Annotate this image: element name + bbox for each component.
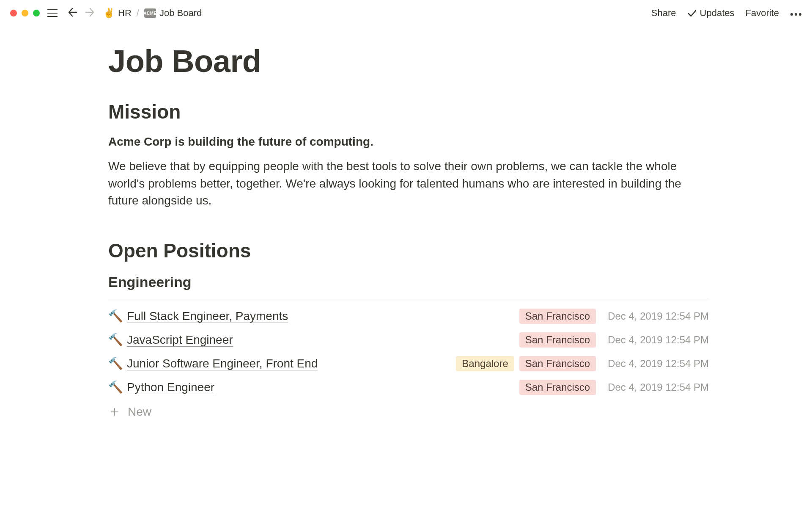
acme-badge-icon: ACME xyxy=(144,8,156,18)
breadcrumb-separator: / xyxy=(137,8,139,19)
updates-button[interactable]: Updates xyxy=(687,8,735,19)
job-tags: BangaloreSan Francisco xyxy=(456,356,608,371)
job-title-link[interactable]: Junior Software Engineer, Front End xyxy=(127,357,318,370)
window-traffic-lights xyxy=(10,10,40,17)
job-row[interactable]: 🔨Full Stack Engineer, PaymentsSan Franci… xyxy=(108,304,709,328)
nav-forward-button[interactable] xyxy=(85,7,96,19)
job-date: Dec 4, 2019 12:54 PM xyxy=(608,310,709,322)
job-row[interactable]: 🔨Junior Software Engineer, Front EndBang… xyxy=(108,352,709,375)
svg-point-5 xyxy=(799,13,801,16)
hammer-icon: 🔨 xyxy=(108,356,127,370)
favorite-button[interactable]: Favorite xyxy=(746,8,779,19)
breadcrumb-label: HR xyxy=(118,8,132,19)
open-positions-heading[interactable]: Open Positions xyxy=(108,239,710,262)
job-title-link[interactable]: Python Engineer xyxy=(127,381,214,394)
new-job-label: New xyxy=(128,405,151,419)
window-close-button[interactable] xyxy=(10,10,17,17)
breadcrumb-label: Job Board xyxy=(159,8,202,19)
share-button[interactable]: Share xyxy=(651,8,676,19)
location-tag[interactable]: San Francisco xyxy=(519,380,596,395)
svg-point-4 xyxy=(795,13,797,16)
job-title-link[interactable]: Full Stack Engineer, Payments xyxy=(127,309,288,323)
location-tag[interactable]: San Francisco xyxy=(519,309,596,324)
location-tag[interactable]: San Francisco xyxy=(519,356,596,371)
new-job-button[interactable]: New xyxy=(108,399,709,419)
nav-arrows xyxy=(67,7,96,19)
job-date: Dec 4, 2019 12:54 PM xyxy=(608,381,709,393)
divider xyxy=(108,299,709,299)
hammer-icon: 🔨 xyxy=(108,333,127,347)
checkmark-icon xyxy=(687,8,697,18)
job-row[interactable]: 🔨JavaScript EngineerSan FranciscoDec 4, … xyxy=(108,328,709,352)
mission-body[interactable]: We believe that by equipping people with… xyxy=(108,158,709,210)
job-title-link[interactable]: JavaScript Engineer xyxy=(127,333,233,347)
page-title[interactable]: Job Board xyxy=(108,43,710,79)
job-tags: San Francisco xyxy=(519,380,608,395)
job-tags: San Francisco xyxy=(519,332,608,348)
window-zoom-button[interactable] xyxy=(33,10,40,17)
job-tags: San Francisco xyxy=(519,309,608,324)
job-date: Dec 4, 2019 12:54 PM xyxy=(608,334,709,346)
updates-label: Updates xyxy=(700,8,735,19)
job-date: Dec 4, 2019 12:54 PM xyxy=(608,358,709,370)
breadcrumb-item-job-board[interactable]: ACME Job Board xyxy=(144,8,202,19)
job-row[interactable]: 🔨Python EngineerSan FranciscoDec 4, 2019… xyxy=(108,375,709,399)
breadcrumb-item-hr[interactable]: ✌️ HR xyxy=(103,8,132,19)
mission-lead[interactable]: Acme Corp is building the future of comp… xyxy=(108,135,710,149)
position-group-heading[interactable]: Engineering xyxy=(108,274,710,290)
mission-heading[interactable]: Mission xyxy=(108,100,710,123)
more-menu-icon[interactable] xyxy=(790,8,802,19)
hammer-icon: 🔨 xyxy=(108,309,127,323)
topbar-actions: Share Updates Favorite xyxy=(651,8,802,19)
sidebar-toggle-icon[interactable] xyxy=(47,9,58,17)
page-content: Job Board Mission Acme Corp is building … xyxy=(0,26,710,419)
plus-icon xyxy=(109,406,120,417)
svg-point-3 xyxy=(790,13,793,16)
breadcrumb: ✌️ HR / ACME Job Board xyxy=(103,8,202,19)
hammer-icon: 🔨 xyxy=(108,380,127,394)
nav-back-button[interactable] xyxy=(67,7,78,19)
location-tag[interactable]: San Francisco xyxy=(519,332,596,348)
peace-emoji-icon: ✌️ xyxy=(103,8,115,19)
window-minimize-button[interactable] xyxy=(22,10,28,17)
location-tag[interactable]: Bangalore xyxy=(456,356,514,371)
top-toolbar: ✌️ HR / ACME Job Board Share Updates Fav… xyxy=(0,0,812,26)
